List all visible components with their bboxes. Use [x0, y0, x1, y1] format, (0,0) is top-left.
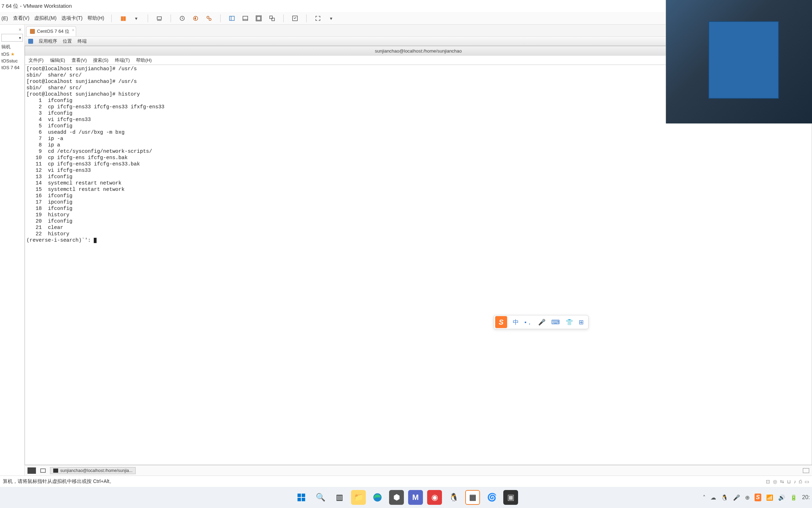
edge-icon[interactable]: [370, 490, 385, 505]
show-sidebar-icon[interactable]: [228, 14, 236, 23]
ime-punct[interactable]: •，: [524, 318, 533, 326]
device-net-icon[interactable]: ⇆: [780, 479, 784, 484]
gnome-terminal-label[interactable]: 终端: [78, 38, 87, 44]
taskbar-terminal-button[interactable]: sunjianchao@localhost:/home/sunjia...: [50, 467, 136, 474]
device-disk-icon[interactable]: ⊡: [766, 479, 770, 484]
toolbox-icon[interactable]: ⊞: [579, 319, 584, 326]
vm-tab-label: CentOS 7 64 位: [37, 28, 69, 35]
dropdown2-icon[interactable]: ▾: [327, 14, 336, 23]
svg-point-3: [207, 16, 209, 18]
onedrive-icon[interactable]: ☁: [710, 494, 716, 501]
clock[interactable]: 20:: [802, 494, 810, 501]
term-menu-terminal[interactable]: 终端(T): [115, 57, 130, 64]
terminal-cursor: [94, 238, 97, 243]
skin-icon[interactable]: 👕: [566, 319, 573, 326]
device-cd-icon[interactable]: ◎: [773, 479, 777, 484]
star-icon: ★: [11, 52, 15, 57]
netease-music-icon[interactable]: ◉: [427, 490, 442, 505]
device-usb-icon[interactable]: ⊔: [787, 479, 791, 484]
terminal-output[interactable]: [root@localhost sunjianchao]# /usr/s sbi…: [25, 65, 812, 465]
ime-toolbar[interactable]: S 中 •， 🎤 ⌨ 👕 ⊞: [493, 315, 589, 329]
device-printer-icon[interactable]: ⎙: [799, 479, 802, 484]
qq-icon[interactable]: 🐧: [446, 490, 461, 505]
sogou-logo-icon[interactable]: S: [495, 316, 507, 328]
term-menu-search[interactable]: 搜索(S): [93, 57, 108, 64]
show-console-icon[interactable]: [241, 14, 250, 23]
svg-rect-15: [297, 494, 301, 497]
battery-icon[interactable]: 🔋: [790, 494, 797, 501]
gnome-places[interactable]: 位置: [63, 38, 72, 44]
app-icon-m[interactable]: M: [408, 490, 423, 505]
fullscreen-icon[interactable]: [291, 14, 299, 23]
system-tray: ˄ ☁ 🐧 🎤 ⊕ S 📶 🔊 🔋 20:: [703, 494, 810, 501]
term-menu-edit[interactable]: 编辑(E): [50, 57, 65, 64]
keyboard-icon[interactable]: ⌨: [551, 319, 560, 326]
terminal-icon: [53, 468, 58, 473]
device-sound-icon[interactable]: ♪: [794, 479, 796, 484]
tray-sync-icon[interactable]: ⊕: [745, 494, 750, 501]
start-button[interactable]: [294, 490, 309, 505]
gnome-taskbar: sunjianchao@localhost:/home/sunjia...: [25, 465, 812, 476]
mic-icon[interactable]: 🎤: [538, 319, 546, 326]
search-icon[interactable]: 🔍: [313, 490, 328, 505]
pause-icon[interactable]: ▮▮: [119, 14, 127, 23]
term-menu-file[interactable]: 文件(F): [29, 57, 44, 64]
unity-icon[interactable]: [268, 14, 276, 23]
search-combo[interactable]: ▾: [1, 34, 23, 42]
webcam-overlay: [666, 0, 812, 123]
file-explorer-icon[interactable]: 📁: [351, 490, 366, 505]
dropdown-icon[interactable]: ▾: [132, 14, 141, 23]
menu-edit[interactable]: (E): [1, 16, 8, 21]
close-icon[interactable]: ×: [19, 27, 21, 32]
chevron-up-icon[interactable]: ˄: [703, 494, 706, 501]
tray-qq-icon[interactable]: 🐧: [721, 494, 728, 501]
vmware-hintbar: 算机，请将鼠标指针从虚拟机中移出或按 Ctrl+Alt。 ⊡ ◎ ⇆ ⊔ ♪ ⎙…: [0, 476, 812, 487]
svg-rect-17: [297, 498, 301, 501]
svg-rect-14: [41, 468, 45, 472]
stretch-icon[interactable]: [254, 14, 263, 23]
svg-rect-16: [302, 494, 305, 497]
workspace-indicator[interactable]: [803, 468, 809, 473]
gnome-applications[interactable]: 应用程序: [39, 38, 57, 44]
tray-mic-icon[interactable]: 🎤: [733, 494, 740, 501]
window-list-icon[interactable]: [39, 466, 47, 475]
send-ctrl-alt-del-icon[interactable]: [155, 14, 164, 23]
sidebar-item[interactable]: tOS ★: [0, 51, 24, 58]
activities-icon[interactable]: [28, 39, 33, 44]
term-menu-view[interactable]: 查看(V): [72, 57, 87, 64]
enter-fullscreen-icon[interactable]: [314, 14, 322, 23]
snapshot-revert-icon[interactable]: [191, 14, 200, 23]
menu-help[interactable]: 帮助(H): [87, 15, 104, 22]
sidebar-item[interactable]: tOSstuc: [0, 58, 24, 64]
taskbar-terminal-label: sunjianchao@localhost:/home/sunjia...: [60, 468, 133, 473]
menu-vm[interactable]: 虚拟机(M): [34, 15, 56, 22]
term-menu-help[interactable]: 帮助(H): [136, 57, 152, 64]
windows-taskbar: 🔍 ▥ 📁 ⬢ M ◉ 🐧 ▦ 🌀 ▣ ˄ ☁ 🐧 🎤 ⊕ S 📶 🔊 🔋 20…: [0, 487, 812, 508]
menu-view[interactable]: 查看(V): [13, 15, 30, 22]
app-icon-swirl[interactable]: 🌀: [484, 490, 499, 505]
snapshot-manager-icon[interactable]: [205, 14, 213, 23]
close-icon[interactable]: ×: [72, 28, 74, 32]
app-icon-hex[interactable]: ⬢: [389, 490, 404, 505]
ime-lang[interactable]: 中: [513, 318, 519, 326]
window-title: 7 64 位 - VMware Workstation: [1, 3, 72, 10]
sidebar-item[interactable]: 辑机: [0, 43, 24, 51]
task-view-icon[interactable]: ▥: [332, 490, 347, 505]
app-icon-dark[interactable]: ▣: [503, 490, 518, 505]
vm-tab-centos[interactable]: CentOS 7 64 位 ×: [26, 26, 76, 36]
hint-text: 算机，请将鼠标指针从虚拟机中移出或按 Ctrl+Alt。: [3, 478, 114, 485]
snapshot-icon[interactable]: [178, 14, 186, 23]
show-desktop-icon[interactable]: [27, 467, 36, 474]
device-display-icon[interactable]: ▭: [805, 479, 809, 484]
svg-rect-5: [229, 16, 234, 20]
svg-point-4: [209, 18, 211, 20]
vmware-icon[interactable]: ▦: [465, 490, 480, 505]
svg-rect-18: [302, 498, 305, 501]
sidebar-item[interactable]: tOS 7 64: [0, 64, 24, 71]
volume-icon[interactable]: 🔊: [778, 494, 785, 501]
menu-tabs[interactable]: 选项卡(T): [61, 15, 82, 22]
wifi-icon[interactable]: 📶: [766, 494, 773, 501]
vm-tab-icon: [30, 29, 35, 34]
library-sidebar: × ▾ 辑机 tOS ★ tOSstuc tOS 7 64: [0, 25, 25, 476]
tray-ime-icon[interactable]: S: [755, 494, 761, 501]
